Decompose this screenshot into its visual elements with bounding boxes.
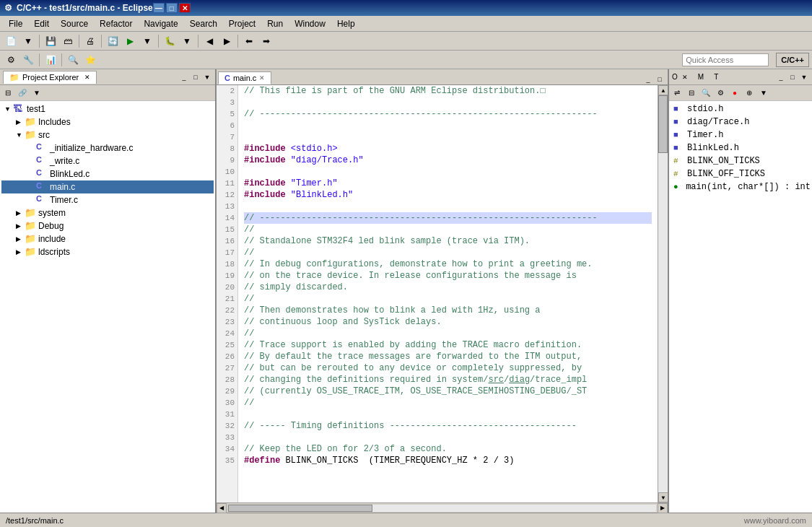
window-controls: — □ ✕ xyxy=(153,3,191,13)
close-button[interactable]: ✕ xyxy=(179,3,191,13)
outline-close-o[interactable]: ✕ xyxy=(682,74,688,81)
toolbar2-btn4[interactable]: 🔍 xyxy=(65,53,81,67)
collapse-all-button[interactable]: ⊟ xyxy=(1,87,14,100)
sep-5 xyxy=(198,35,198,48)
toolbar2-btn5[interactable]: ⭐ xyxy=(82,53,98,67)
minimize-button[interactable]: — xyxy=(153,3,165,13)
menu-refactor[interactable]: Refactor xyxy=(94,17,138,30)
panel-minimize-button[interactable]: _ xyxy=(179,72,189,82)
editor-panel-controls: _ □ xyxy=(643,74,668,84)
save-button[interactable]: 💾 xyxy=(43,34,58,48)
menu-help[interactable]: Help xyxy=(331,17,361,30)
tree-item-system[interactable]: ▶ 📁 system xyxy=(1,206,214,219)
tree-item-test1[interactable]: ▼ 🏗 test1 xyxy=(1,103,214,116)
project-tree[interactable]: ▼ 🏗 test1 ▶ 📁 Includes ▼ 📁 src C _initia… xyxy=(0,101,215,513)
perspective-button[interactable]: C/C++ xyxy=(776,53,809,67)
refresh-button[interactable]: 🔄 xyxy=(105,34,121,48)
tree-item-blinkled[interactable]: C BlinkLed.c xyxy=(1,167,214,180)
run-dropdown[interactable]: ▼ xyxy=(139,34,155,48)
project-explorer-tab[interactable]: 📁 Project Explorer ✕ xyxy=(3,71,97,84)
editor-horizontal-scrollbar[interactable]: ◀ ▶ xyxy=(217,502,668,513)
menu-edit[interactable]: Edit xyxy=(28,17,55,30)
project-explorer-close[interactable]: ✕ xyxy=(84,74,90,81)
tree-menu-button[interactable]: ▼ xyxy=(30,87,43,100)
window-title: C/C++ - test1/src/main.c - Eclipse xyxy=(17,3,153,13)
panel-maximize-button[interactable]: □ xyxy=(191,72,201,82)
debug-button[interactable]: 🐛 xyxy=(162,34,178,48)
outline-icon-t: T xyxy=(714,73,718,81)
editor-maximize-button[interactable]: □ xyxy=(655,74,665,84)
menu-run[interactable]: Run xyxy=(261,17,289,30)
menu-project[interactable]: Project xyxy=(223,17,261,30)
tree-item-init-hw[interactable]: C _initialize_hardware.c xyxy=(1,141,214,154)
menu-source[interactable]: Source xyxy=(55,17,94,30)
scroll-left-button[interactable]: ◀ xyxy=(217,503,227,513)
scroll-up-button[interactable]: ▲ xyxy=(658,85,668,95)
outline-item-stdio[interactable]: ■ stdio.h xyxy=(671,103,811,116)
outline-item-timer[interactable]: ■ Timer.h xyxy=(671,129,811,141)
outline-btn4[interactable]: ⚙ xyxy=(714,87,727,100)
toolbar2-btn2[interactable]: 🔧 xyxy=(20,53,36,67)
outline-btn2[interactable]: ⊟ xyxy=(685,87,698,100)
prev-edit-button[interactable]: ◀ xyxy=(201,34,217,48)
menu-window[interactable]: Window xyxy=(289,17,331,30)
title-bar: ⚙ C/C++ - test1/src/main.c - Eclipse — □… xyxy=(0,0,812,16)
outline-item-blinkled[interactable]: ■ BlinkLed.h xyxy=(671,141,811,154)
forward-button[interactable]: ➡ xyxy=(258,34,274,48)
outline-item-blink-off[interactable]: # BLINK_OFF_TICKS xyxy=(671,167,811,180)
code-content[interactable]: // This file is part of the GNU ARM Ecli… xyxy=(238,85,658,502)
h-icon-blinkled: ■ xyxy=(673,144,685,152)
editor-vertical-scrollbar[interactable]: ▲ ▼ xyxy=(658,85,668,502)
tree-item-include[interactable]: ▶ 📁 include xyxy=(1,232,214,245)
menu-search[interactable]: Search xyxy=(184,17,223,30)
outline-btn3[interactable]: 🔍 xyxy=(699,87,712,100)
outline-tree[interactable]: ■ stdio.h ■ diag/Trace.h ■ Timer.h ■ Bli… xyxy=(669,101,812,513)
outline-menu[interactable]: ▼ xyxy=(757,87,770,100)
outline-minimize-button[interactable]: _ xyxy=(776,72,786,82)
menu-file[interactable]: File xyxy=(3,17,28,30)
toolbar2-btn1[interactable]: ⚙ xyxy=(3,53,19,67)
print-button[interactable]: 🖨 xyxy=(82,34,98,48)
editor-tab-mainc[interactable]: C main.c ✕ xyxy=(218,71,271,84)
scroll-thumb[interactable] xyxy=(658,95,668,153)
outline-menu-button[interactable]: ▼ xyxy=(799,72,809,82)
outline-btn5[interactable]: ● xyxy=(728,87,741,100)
tree-item-ldscripts[interactable]: ▶ 📁 ldscripts xyxy=(1,245,214,258)
back-button[interactable]: ⬅ xyxy=(241,34,257,48)
code-line-29: // (currently OS_USE_TRACE_ITM, OS_USE_T… xyxy=(244,386,652,397)
scroll-down-button[interactable]: ▼ xyxy=(658,492,668,502)
outline-item-blink-on[interactable]: # BLINK_ON_TICKS xyxy=(671,154,811,167)
menu-navigate[interactable]: Navigate xyxy=(138,17,183,30)
new-button[interactable]: 📄 xyxy=(3,34,19,48)
tree-item-write[interactable]: C _write.c xyxy=(1,154,214,167)
tree-item-debug[interactable]: ▶ 📁 Debug xyxy=(1,219,214,232)
outline-item-trace[interactable]: ■ diag/Trace.h xyxy=(671,116,811,129)
scroll-track[interactable] xyxy=(658,95,668,492)
h-scroll-thumb[interactable] xyxy=(228,505,372,512)
toolbar2-btn3[interactable]: 📊 xyxy=(43,53,58,67)
quick-access-input[interactable] xyxy=(682,53,769,66)
editor-tab-close[interactable]: ✕ xyxy=(259,74,265,82)
outline-btn1[interactable]: ⇌ xyxy=(671,87,684,100)
tree-item-mainc[interactable]: C main.c xyxy=(1,180,214,193)
panel-menu-button[interactable]: ▼ xyxy=(202,72,212,82)
link-editor-button[interactable]: 🔗 xyxy=(16,87,29,100)
tree-item-src[interactable]: ▼ 📁 src xyxy=(1,129,214,141)
new-dropdown[interactable]: ▼ xyxy=(20,34,36,48)
scroll-right-button[interactable]: ▶ xyxy=(658,503,668,513)
next-edit-button[interactable]: ▶ xyxy=(219,34,235,48)
debug-dropdown[interactable]: ▼ xyxy=(179,34,195,48)
tree-item-includes[interactable]: ▶ 📁 Includes xyxy=(1,116,214,129)
outline-maximize-button[interactable]: □ xyxy=(787,72,798,82)
h-scroll-track[interactable] xyxy=(228,505,656,512)
tree-item-timer[interactable]: C Timer.c xyxy=(1,193,214,206)
outline-btn6[interactable]: ⊕ xyxy=(743,87,756,100)
run-last-button[interactable]: ▶ xyxy=(122,34,138,48)
editor-minimize-button[interactable]: _ xyxy=(643,74,653,84)
maximize-button[interactable]: □ xyxy=(166,3,178,13)
save-all-button[interactable]: 🗃 xyxy=(60,34,76,48)
outline-item-main[interactable]: ● main(int, char*[]) : int xyxy=(671,180,811,193)
code-line-26: // By default the trace messages are for… xyxy=(244,351,652,362)
panel-controls: _ □ ▼ xyxy=(179,72,212,82)
code-line-6 xyxy=(244,120,652,131)
